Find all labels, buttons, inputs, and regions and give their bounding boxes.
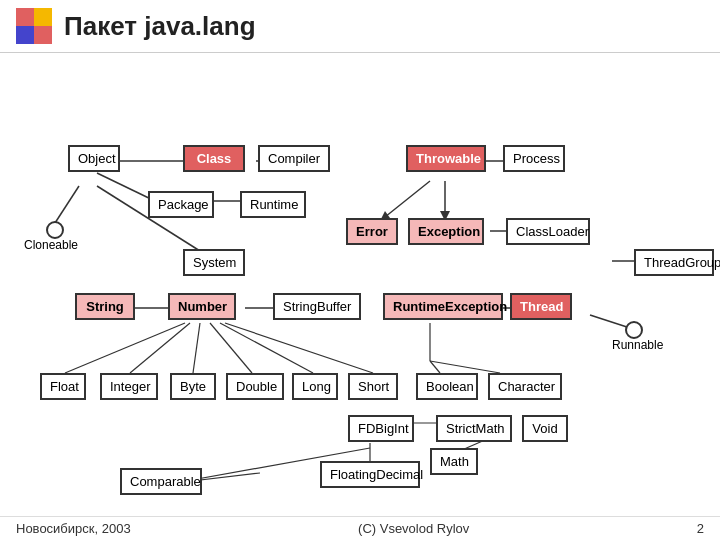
byte-box: Byte (170, 373, 216, 400)
svg-rect-3 (34, 26, 52, 44)
svg-rect-2 (16, 26, 34, 44)
short-box: Short (348, 373, 398, 400)
compiler-box: Compiler (258, 145, 330, 172)
class-box: Class (183, 145, 245, 172)
strictmath-box: StrictMath (436, 415, 512, 442)
svg-line-14 (55, 186, 79, 223)
system-box: System (183, 249, 245, 276)
float-box: Float (40, 373, 86, 400)
svg-line-30 (430, 361, 500, 373)
void-box: Void (522, 415, 568, 442)
svg-line-29 (430, 361, 440, 373)
svg-line-22 (65, 323, 185, 373)
footer: Новосибирск, 2003 (C) Vsevolod Rylov 2 (0, 516, 720, 540)
runnable-label: Runnable (612, 338, 663, 352)
error-box: Error (346, 218, 398, 245)
package-box: Package (148, 191, 214, 218)
floatingdecimal-box: FloatingDecimal (320, 461, 420, 488)
diagram: Object Class Compiler Throwable Process … (0, 53, 720, 533)
svg-line-7 (97, 173, 155, 201)
object-box: Object (68, 145, 120, 172)
comparable-box: Comparable (120, 468, 202, 495)
stringbuffer-box: StringBuffer (273, 293, 361, 320)
footer-center: (C) Vsevolod Rylov (358, 521, 469, 536)
runtimeexception-box: RuntimeException (383, 293, 503, 320)
fdbigint-box: FDBigInt (348, 415, 414, 442)
number-box: Number (168, 293, 236, 320)
character-box: Character (488, 373, 562, 400)
svg-line-9 (380, 181, 430, 221)
runtime-box: Runtime (240, 191, 306, 218)
integer-box: Integer (100, 373, 158, 400)
cloneable-label: Cloneable (24, 238, 78, 252)
boolean-box: Boolean (416, 373, 478, 400)
svg-line-26 (220, 323, 313, 373)
header: Пакет java.lang (0, 0, 720, 53)
svg-line-23 (130, 323, 190, 373)
long-box: Long (292, 373, 338, 400)
thread-box: Thread (510, 293, 572, 320)
exception-box: Exception (408, 218, 484, 245)
double-box: Double (226, 373, 284, 400)
threadgroup-box: ThreadGroup (634, 249, 714, 276)
classloader-box: ClassLoader (506, 218, 590, 245)
page-title: Пакет java.lang (64, 11, 256, 42)
string-box: String (75, 293, 135, 320)
svg-line-25 (210, 323, 252, 373)
svg-rect-1 (34, 8, 52, 26)
footer-left: Новосибирск, 2003 (16, 521, 131, 536)
throwable-box: Throwable (406, 145, 486, 172)
process-box: Process (503, 145, 565, 172)
logo-icon (16, 8, 52, 44)
svg-line-19 (590, 315, 630, 328)
svg-line-27 (225, 323, 373, 373)
cloneable-circle (46, 221, 64, 239)
runnable-circle (625, 321, 643, 339)
footer-right: 2 (697, 521, 704, 536)
svg-line-24 (193, 323, 200, 373)
math-box: Math (430, 448, 478, 475)
svg-rect-0 (16, 8, 34, 26)
